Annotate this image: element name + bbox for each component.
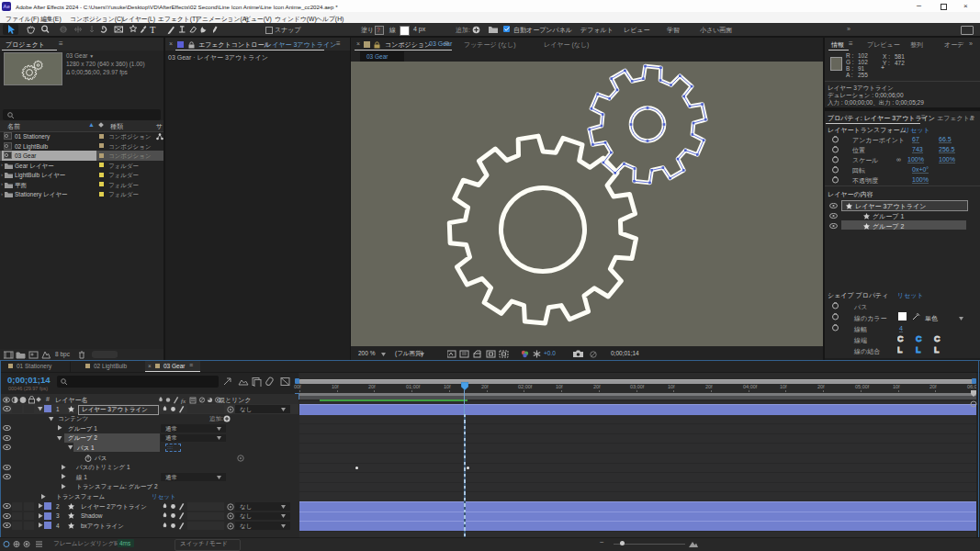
svg-text:fx: fx — [181, 397, 186, 404]
svg-text:L: L — [916, 345, 921, 354]
svg-text:L: L — [897, 345, 903, 354]
svg-text:C: C — [916, 334, 922, 343]
svg-text:C: C — [897, 334, 904, 343]
svg-text:T: T — [150, 25, 156, 35]
svg-text:L: L — [934, 345, 940, 354]
svg-text:C: C — [934, 334, 941, 343]
